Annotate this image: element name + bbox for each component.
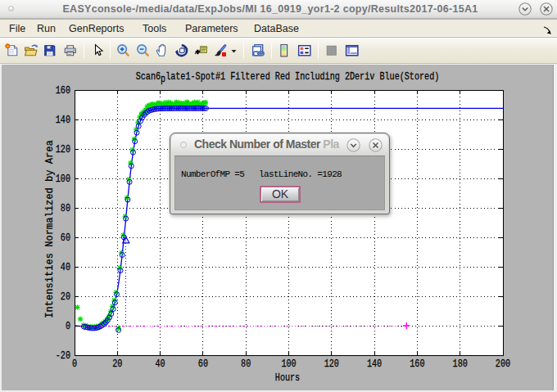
svg-text:80: 80 — [241, 358, 251, 369]
svg-text:100: 100 — [281, 358, 296, 369]
svg-text:80: 80 — [61, 202, 70, 214]
svg-text:160: 160 — [410, 358, 424, 369]
svg-text:160: 160 — [56, 84, 70, 96]
svg-text:0: 0 — [66, 320, 70, 331]
svg-text:120: 120 — [324, 358, 339, 369]
svg-text:60: 60 — [61, 232, 70, 243]
svg-text:140: 140 — [367, 358, 382, 369]
svg-text:40: 40 — [61, 261, 70, 273]
svg-text:120: 120 — [56, 143, 70, 155]
svg-text:100: 100 — [56, 173, 70, 184]
svg-text:20: 20 — [61, 291, 70, 302]
svg-text:40: 40 — [156, 358, 165, 369]
svg-text:Intensities Normalized by Area: Intensities Normalized by Area — [44, 140, 56, 318]
svg-text:20: 20 — [112, 358, 122, 369]
svg-text:-20: -20 — [56, 349, 70, 361]
svg-text:0: 0 — [72, 358, 77, 369]
svg-text:140: 140 — [56, 114, 70, 125]
svg-text:180: 180 — [453, 358, 468, 369]
svg-text:Hours: Hours — [275, 372, 300, 383]
svg-text:200: 200 — [496, 358, 510, 369]
svg-text:Scan6plate1-Spot#1 Filtered Re: Scan6plate1-Spot#1 Filtered Red Includin… — [136, 70, 440, 84]
svg-text:60: 60 — [198, 358, 208, 369]
